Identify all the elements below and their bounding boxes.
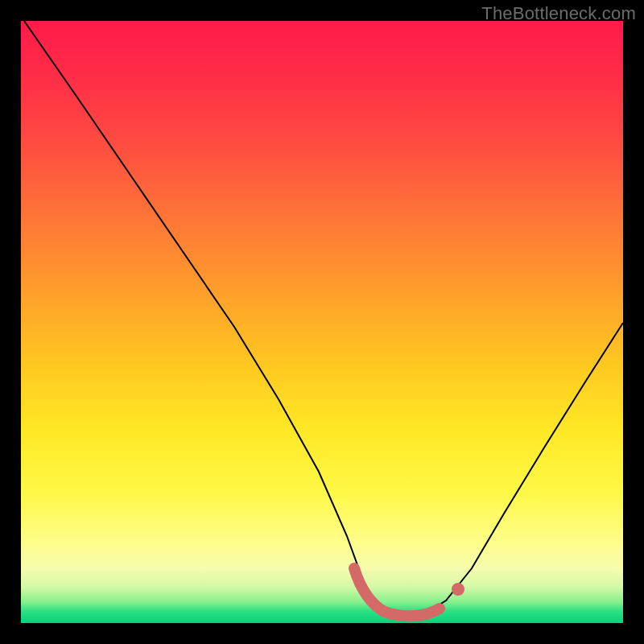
optimum-marker-dot	[452, 583, 464, 596]
bottleneck-curve-svg	[21, 21, 623, 623]
watermark-text: TheBottleneck.com	[481, 3, 636, 24]
chart-frame: TheBottleneck.com	[0, 0, 644, 644]
bottleneck-curve	[24, 21, 623, 615]
gradient-plot-area	[21, 21, 623, 623]
optimum-marker-left	[354, 568, 440, 616]
